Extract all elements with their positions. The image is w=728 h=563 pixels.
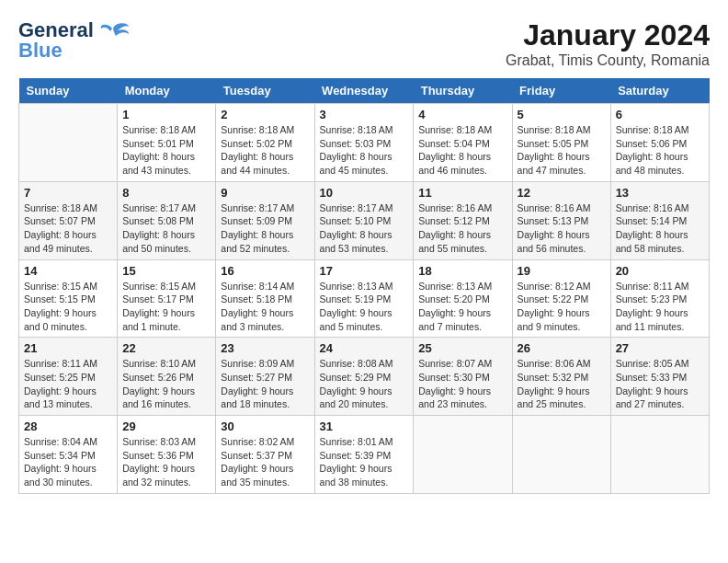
day-number: 20	[616, 264, 704, 278]
day-info: Sunrise: 8:09 AM Sunset: 5:27 PM Dayligh…	[221, 357, 309, 411]
calendar-cell: 25Sunrise: 8:07 AM Sunset: 5:30 PM Dayli…	[414, 338, 512, 416]
day-number: 15	[122, 264, 210, 278]
day-info: Sunrise: 8:15 AM Sunset: 5:15 PM Dayligh…	[24, 280, 112, 334]
header-cell-sunday: Sunday	[19, 78, 118, 104]
calendar-cell: 22Sunrise: 8:10 AM Sunset: 5:26 PM Dayli…	[118, 338, 216, 416]
day-info: Sunrise: 8:18 AM Sunset: 5:05 PM Dayligh…	[518, 123, 606, 178]
day-number: 25	[418, 341, 506, 355]
day-info: Sunrise: 8:14 AM Sunset: 5:18 PM Dayligh…	[221, 280, 309, 334]
day-info: Sunrise: 8:01 AM Sunset: 5:39 PM Dayligh…	[320, 435, 409, 489]
calendar-cell: 19Sunrise: 8:12 AM Sunset: 5:22 PM Dayli…	[512, 259, 610, 338]
calendar-week-4: 21Sunrise: 8:11 AM Sunset: 5:25 PM Dayli…	[19, 338, 710, 416]
calendar-cell: 4Sunrise: 8:18 AM Sunset: 5:04 PM Daylig…	[414, 104, 512, 182]
day-info: Sunrise: 8:17 AM Sunset: 5:08 PM Dayligh…	[122, 201, 210, 256]
calendar-week-5: 28Sunrise: 8:04 AM Sunset: 5:34 PM Dayli…	[19, 416, 710, 494]
day-info: Sunrise: 8:16 AM Sunset: 5:12 PM Dayligh…	[418, 201, 506, 256]
calendar-cell: 31Sunrise: 8:01 AM Sunset: 5:39 PM Dayli…	[314, 416, 414, 494]
calendar-cell: 26Sunrise: 8:06 AM Sunset: 5:32 PM Dayli…	[512, 338, 610, 416]
header-row: SundayMondayTuesdayWednesdayThursdayFrid…	[19, 78, 710, 104]
day-info: Sunrise: 8:17 AM Sunset: 5:10 PM Dayligh…	[320, 201, 409, 256]
calendar-week-3: 14Sunrise: 8:15 AM Sunset: 5:15 PM Dayli…	[19, 259, 710, 338]
calendar-cell: 24Sunrise: 8:08 AM Sunset: 5:29 PM Dayli…	[314, 338, 414, 416]
calendar-cell: 20Sunrise: 8:11 AM Sunset: 5:23 PM Dayli…	[610, 259, 709, 338]
day-number: 29	[122, 419, 210, 433]
day-info: Sunrise: 8:16 AM Sunset: 5:14 PM Dayligh…	[616, 201, 704, 256]
day-info: Sunrise: 8:07 AM Sunset: 5:30 PM Dayligh…	[418, 357, 506, 411]
day-info: Sunrise: 8:04 AM Sunset: 5:34 PM Dayligh…	[24, 435, 112, 489]
day-info: Sunrise: 8:11 AM Sunset: 5:25 PM Dayligh…	[24, 357, 112, 411]
calendar-cell: 10Sunrise: 8:17 AM Sunset: 5:10 PM Dayli…	[314, 181, 414, 259]
day-number: 14	[24, 264, 112, 278]
day-number: 17	[320, 264, 409, 278]
calendar-cell: 30Sunrise: 8:02 AM Sunset: 5:37 PM Dayli…	[216, 416, 314, 494]
calendar-cell: 6Sunrise: 8:18 AM Sunset: 5:06 PM Daylig…	[610, 104, 709, 182]
calendar-cell: 21Sunrise: 8:11 AM Sunset: 5:25 PM Dayli…	[19, 338, 118, 416]
calendar-cell: 29Sunrise: 8:03 AM Sunset: 5:36 PM Dayli…	[118, 416, 216, 494]
day-number: 2	[221, 108, 309, 121]
calendar-cell: 9Sunrise: 8:17 AM Sunset: 5:09 PM Daylig…	[216, 181, 314, 259]
calendar-cell: 2Sunrise: 8:18 AM Sunset: 5:02 PM Daylig…	[216, 104, 314, 182]
day-number: 23	[221, 341, 309, 355]
calendar-cell: 11Sunrise: 8:16 AM Sunset: 5:12 PM Dayli…	[414, 181, 512, 259]
calendar-cell	[512, 416, 610, 494]
day-number: 8	[122, 186, 210, 200]
day-info: Sunrise: 8:08 AM Sunset: 5:29 PM Dayligh…	[320, 357, 409, 411]
logo-bird-icon	[97, 19, 131, 41]
day-info: Sunrise: 8:18 AM Sunset: 5:07 PM Dayligh…	[24, 201, 112, 256]
day-number: 13	[616, 186, 704, 200]
day-number: 30	[221, 419, 309, 433]
calendar-cell: 13Sunrise: 8:16 AM Sunset: 5:14 PM Dayli…	[610, 181, 709, 259]
day-number: 6	[616, 108, 704, 121]
day-info: Sunrise: 8:02 AM Sunset: 5:37 PM Dayligh…	[221, 435, 309, 489]
day-number: 24	[320, 341, 409, 355]
calendar-cell: 7Sunrise: 8:18 AM Sunset: 5:07 PM Daylig…	[19, 181, 118, 259]
page-title: January 2024	[506, 18, 710, 52]
calendar-cell: 8Sunrise: 8:17 AM Sunset: 5:08 PM Daylig…	[118, 181, 216, 259]
calendar-cell: 12Sunrise: 8:16 AM Sunset: 5:13 PM Dayli…	[512, 181, 610, 259]
day-number: 5	[518, 108, 606, 121]
calendar-header: SundayMondayTuesdayWednesdayThursdayFrid…	[19, 78, 710, 104]
calendar-week-1: 1Sunrise: 8:18 AM Sunset: 5:01 PM Daylig…	[19, 104, 710, 182]
day-info: Sunrise: 8:05 AM Sunset: 5:33 PM Dayligh…	[616, 357, 704, 411]
title-block: January 2024 Grabat, Timis County, Roman…	[506, 18, 710, 69]
day-info: Sunrise: 8:18 AM Sunset: 5:06 PM Dayligh…	[616, 123, 704, 178]
day-info: Sunrise: 8:13 AM Sunset: 5:20 PM Dayligh…	[418, 280, 506, 334]
page-header: General Blue January 2024 Grabat, Timis …	[18, 18, 710, 69]
day-number: 4	[418, 108, 506, 121]
day-number: 26	[518, 341, 606, 355]
day-info: Sunrise: 8:18 AM Sunset: 5:04 PM Dayligh…	[418, 123, 506, 178]
calendar-cell: 14Sunrise: 8:15 AM Sunset: 5:15 PM Dayli…	[19, 259, 118, 338]
day-number: 27	[616, 341, 704, 355]
day-info: Sunrise: 8:03 AM Sunset: 5:36 PM Dayligh…	[122, 435, 210, 489]
day-number: 9	[221, 186, 309, 200]
day-info: Sunrise: 8:16 AM Sunset: 5:13 PM Dayligh…	[518, 201, 606, 256]
header-cell-tuesday: Tuesday	[216, 78, 314, 104]
calendar-cell	[610, 416, 709, 494]
calendar-cell: 3Sunrise: 8:18 AM Sunset: 5:03 PM Daylig…	[314, 104, 414, 182]
calendar-cell	[414, 416, 512, 494]
day-info: Sunrise: 8:18 AM Sunset: 5:03 PM Dayligh…	[320, 123, 409, 178]
calendar-cell: 28Sunrise: 8:04 AM Sunset: 5:34 PM Dayli…	[19, 416, 118, 494]
header-cell-thursday: Thursday	[414, 78, 512, 104]
calendar-cell	[19, 104, 118, 182]
header-cell-wednesday: Wednesday	[314, 78, 414, 104]
day-info: Sunrise: 8:10 AM Sunset: 5:26 PM Dayligh…	[122, 357, 210, 411]
calendar-cell: 27Sunrise: 8:05 AM Sunset: 5:33 PM Dayli…	[610, 338, 709, 416]
calendar-cell: 5Sunrise: 8:18 AM Sunset: 5:05 PM Daylig…	[512, 104, 610, 182]
day-number: 1	[122, 108, 210, 121]
calendar-cell: 15Sunrise: 8:15 AM Sunset: 5:17 PM Dayli…	[118, 259, 216, 338]
day-number: 12	[518, 186, 606, 200]
day-info: Sunrise: 8:18 AM Sunset: 5:02 PM Dayligh…	[221, 123, 309, 178]
day-info: Sunrise: 8:17 AM Sunset: 5:09 PM Dayligh…	[221, 201, 309, 256]
day-number: 11	[418, 186, 506, 200]
day-number: 3	[320, 108, 409, 121]
day-number: 19	[518, 264, 606, 278]
day-info: Sunrise: 8:18 AM Sunset: 5:01 PM Dayligh…	[122, 123, 210, 178]
header-cell-friday: Friday	[512, 78, 610, 104]
header-cell-monday: Monday	[118, 78, 216, 104]
day-info: Sunrise: 8:15 AM Sunset: 5:17 PM Dayligh…	[122, 280, 210, 334]
day-number: 31	[320, 419, 409, 433]
day-number: 10	[320, 186, 409, 200]
day-number: 16	[221, 264, 309, 278]
day-number: 7	[24, 186, 112, 200]
